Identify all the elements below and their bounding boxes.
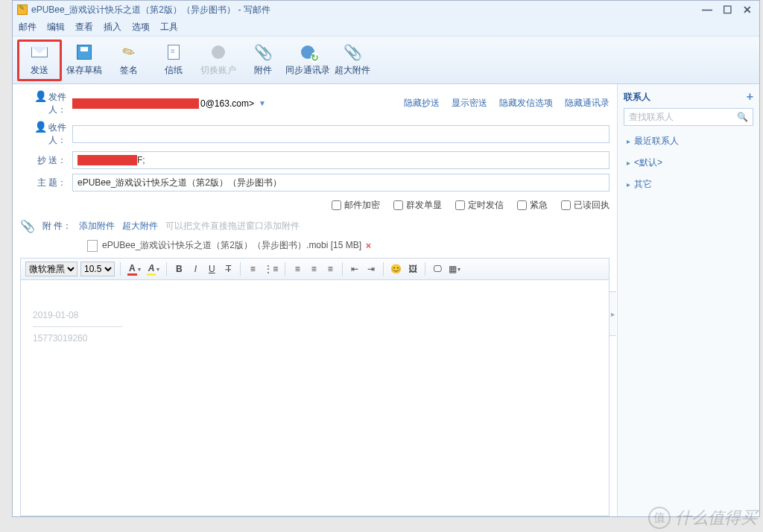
menu-options[interactable]: 选项: [132, 21, 150, 34]
editor-body[interactable]: 2019-01-08 15773019260: [20, 280, 610, 516]
envelope-icon: [31, 47, 48, 57]
emoji-button[interactable]: 😊: [389, 262, 403, 276]
hide-options-link[interactable]: 隐藏发信选项: [499, 97, 553, 110]
attach-button[interactable]: 📎 附件: [241, 39, 285, 81]
app-icon: [17, 4, 28, 15]
window-title: ePUBee_游戏设计快乐之道（第2版）（异步图书） - 写邮件: [31, 4, 270, 16]
contact-search-input[interactable]: 查找联系人 🔍: [624, 108, 753, 126]
font-select[interactable]: 微软雅黑: [25, 262, 77, 276]
from-label: 发件人：: [48, 92, 66, 115]
cc-input[interactable]: F;: [72, 151, 610, 169]
align-center-button[interactable]: ≡: [307, 262, 320, 276]
sender-dropdown[interactable]: ▼: [259, 99, 266, 107]
search-icon: 🔍: [737, 112, 748, 122]
image-button[interactable]: 🖼: [406, 262, 420, 276]
subject-input[interactable]: ePUBee_游戏设计快乐之道（第2版）（异步图书）: [72, 174, 610, 191]
compose-pane: 👤发件人： 0@163.com> ▼ 隐藏抄送 显示密送 隐藏发信选项 隐藏通讯…: [13, 84, 618, 516]
hide-cc-link[interactable]: 隐藏抄送: [404, 97, 440, 110]
close-button[interactable]: ✕: [743, 4, 752, 16]
align-left-button[interactable]: ≡: [291, 262, 304, 276]
ordered-list-button[interactable]: ≡: [246, 262, 259, 276]
person-icon: 👤: [34, 121, 47, 133]
save-draft-button[interactable]: 保存草稿: [62, 39, 107, 81]
urgent-checkbox[interactable]: 紧急: [517, 199, 548, 212]
cc-label: 抄 送：: [20, 154, 72, 167]
toolbar: 发送 保存草稿 ✎ 签名 信纸 切换账户 📎 附件 同步通讯录 📎 超大附件: [13, 37, 759, 84]
contacts-title: 联系人: [624, 91, 650, 104]
menu-bar: 邮件 编辑 查看 插入 选项 工具: [13, 19, 759, 37]
sync-contacts-button[interactable]: 同步通讯录: [285, 39, 330, 81]
sender-suffix: 0@163.com>: [200, 98, 254, 109]
signature-button[interactable]: ✎ 签名: [107, 39, 151, 81]
paperclip-icon: 📎: [20, 219, 35, 233]
outdent-button[interactable]: ⇤: [348, 262, 361, 276]
font-color-button[interactable]: A▾: [126, 262, 142, 276]
menu-view[interactable]: 查看: [75, 21, 93, 34]
add-attachment-link[interactable]: 添加附件: [79, 220, 115, 232]
attach-label: 附 件：: [42, 220, 72, 232]
screenshot-button[interactable]: 🖵: [431, 262, 444, 276]
minimize-button[interactable]: —: [702, 4, 712, 16]
pen-icon: ✎: [117, 40, 142, 65]
strike-button[interactable]: T̶: [221, 262, 235, 276]
schedule-checkbox[interactable]: 定时发信: [455, 199, 504, 212]
to-input[interactable]: [72, 125, 610, 143]
contacts-pane: 联系人 + 查找联系人 🔍 最近联系人 <默认> 其它: [618, 84, 759, 516]
collapse-handle[interactable]: ▸: [609, 291, 616, 336]
table-button[interactable]: ▦▾: [447, 262, 462, 276]
big-attachment-link[interactable]: 超大附件: [122, 220, 158, 232]
contacts-recent[interactable]: 最近联系人: [624, 130, 753, 152]
bold-button[interactable]: B: [172, 262, 186, 276]
cc-redacted: [77, 155, 137, 165]
user-icon: [212, 45, 225, 59]
unordered-list-button[interactable]: ⋮≡: [262, 262, 279, 276]
add-contact-button[interactable]: +: [747, 90, 753, 104]
remove-attachment-button[interactable]: ×: [366, 241, 371, 251]
show-bcc-link[interactable]: 显示密送: [452, 97, 487, 110]
hide-contacts-link[interactable]: 隐藏通讯录: [565, 97, 610, 110]
single-send-checkbox[interactable]: 群发单显: [393, 199, 442, 212]
menu-tools[interactable]: 工具: [160, 21, 178, 34]
title-bar: ePUBee_游戏设计快乐之道（第2版）（异步图书） - 写邮件 — ☐ ✕: [13, 1, 759, 19]
subject-label: 主 题：: [20, 177, 72, 189]
file-icon: [87, 240, 98, 252]
person-icon: 👤: [34, 90, 47, 102]
contacts-other[interactable]: 其它: [624, 174, 753, 195]
attach-hint: 可以把文件直接拖进窗口添加附件: [165, 220, 300, 232]
stationery-button[interactable]: 信纸: [151, 39, 196, 81]
send-options: 邮件加密 群发单显 定时发信 紧急 已读回执: [20, 196, 610, 215]
attachment-item: ePUBee_游戏设计快乐之道（第2版）（异步图书）.mobi [15 MB] …: [20, 236, 610, 258]
body-signature: 15773019260: [33, 333, 597, 343]
attachment-filename: ePUBee_游戏设计快乐之道（第2版）（异步图书）.mobi [15 MB]: [102, 239, 361, 252]
body-date: 2019-01-08: [33, 310, 597, 320]
encrypt-checkbox[interactable]: 邮件加密: [332, 199, 380, 212]
underline-button[interactable]: U: [205, 262, 218, 276]
contacts-default[interactable]: <默认>: [624, 152, 753, 174]
indent-button[interactable]: ⇥: [364, 262, 378, 276]
menu-mail[interactable]: 邮件: [19, 21, 37, 34]
switch-account-button: 切换账户: [196, 39, 241, 81]
big-attach-button[interactable]: 📎 超大附件: [330, 39, 375, 81]
menu-edit[interactable]: 编辑: [47, 21, 65, 34]
receipt-checkbox[interactable]: 已读回执: [561, 199, 610, 212]
send-button[interactable]: 发送: [17, 39, 62, 81]
align-right-button[interactable]: ≡: [323, 262, 337, 276]
paperclip-icon: 📎: [254, 43, 272, 61]
sender-redacted: [72, 98, 199, 109]
menu-insert[interactable]: 插入: [104, 21, 121, 34]
editor-toolbar: 微软雅黑 10.5 A▾ A▾ B I U T̶ ≡ ⋮≡ ≡ ≡ ≡ ⇤ ⇥: [20, 258, 610, 280]
maximize-button[interactable]: ☐: [723, 4, 732, 16]
italic-button[interactable]: I: [189, 262, 202, 276]
big-paperclip-icon: 📎: [343, 43, 361, 61]
size-select[interactable]: 10.5: [80, 262, 115, 276]
to-label: 收件人：: [48, 122, 66, 145]
sync-icon: [301, 45, 314, 59]
highlight-button[interactable]: A▾: [145, 262, 162, 276]
save-icon: [77, 45, 92, 60]
paper-icon: [168, 45, 180, 60]
